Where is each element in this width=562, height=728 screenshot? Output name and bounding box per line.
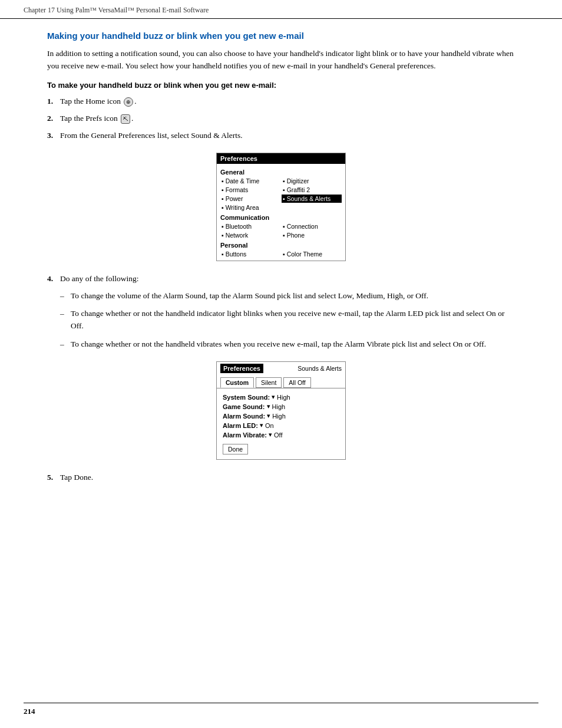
- step-4-text: Do any of the following:: [60, 273, 515, 285]
- system-sound-arrow: ▾: [272, 393, 275, 401]
- step-2-text: Tap the Prefs icon ⛏.: [60, 113, 515, 125]
- prefs-item-datetime: Date & Time: [220, 177, 280, 185]
- step-5-list: 5. Tap Done.: [47, 472, 515, 484]
- prefs-item-phone: Phone: [282, 231, 342, 239]
- alarm-sound-value: High: [272, 413, 286, 420]
- prefs-body-wrapper: General Date & Time Digitizer Formats Gr…: [217, 164, 345, 261]
- game-sound-row: Game Sound: ▾ High: [223, 403, 339, 410]
- alarm-sound-row: Alarm Sound: ▾ High: [223, 412, 339, 420]
- game-sound-arrow: ▾: [267, 403, 270, 410]
- alarm-led-label: Alarm LED:: [223, 422, 258, 429]
- system-sound-row: System Sound: ▾ High: [223, 393, 339, 401]
- prefs-item-buttons: Buttons: [220, 250, 280, 258]
- sounds-tabs: Custom Silent All Off: [217, 375, 345, 388]
- done-button[interactable]: Done: [223, 444, 248, 454]
- sounds-subtitle: Sounds & Alerts: [297, 365, 342, 372]
- sub-steps-list: To change the volume of the Alarm Sound,…: [60, 290, 515, 351]
- step-2-num: 2.: [47, 113, 60, 125]
- alarm-vibrate-row: Alarm Vibrate: ▾ Off: [223, 431, 339, 439]
- prefs-grid-general: Date & Time Digitizer Formats Graffiti 2…: [220, 177, 342, 212]
- prefs-grid-comm: Bluetooth Connection Network Phone: [220, 222, 342, 239]
- prefs-title-bar: Preferences: [217, 153, 345, 164]
- sub-step-1: To change the volume of the Alarm Sound,…: [60, 290, 515, 302]
- sounds-title-row: Preferences Sounds & Alerts: [217, 362, 345, 375]
- prefs-item-power: Power: [220, 195, 280, 203]
- alarm-vibrate-label: Alarm Vibrate:: [223, 431, 267, 439]
- step-4-list: 4. Do any of the following:: [47, 273, 515, 285]
- prefs-item-graffiti: Graffiti 2: [282, 186, 342, 194]
- sub-step-3: To change whether or not the handheld vi…: [60, 338, 515, 351]
- tab-custom[interactable]: Custom: [220, 377, 254, 388]
- step-3: 3. From the General Preferences list, se…: [47, 130, 515, 142]
- step-2: 2. Tap the Prefs icon ⛏.: [47, 113, 515, 125]
- step-3-num: 3.: [47, 130, 60, 142]
- prefs-item-network: Network: [220, 231, 280, 239]
- alarm-vibrate-arrow: ▾: [269, 431, 272, 439]
- step-1: 1. Tap the Home icon ⊕.: [47, 95, 515, 108]
- game-sound-value: High: [272, 403, 286, 410]
- prefs-item-sounds: Sounds & Alerts: [282, 195, 342, 203]
- section-heading: Making your handheld buzz or blink when …: [47, 31, 515, 41]
- page-footer: 214: [24, 703, 538, 716]
- sounds-alerts-screenshot: Preferences Sounds & Alerts Custom Silen…: [216, 361, 346, 460]
- sub-step-2: To change whether or not the handheld in…: [60, 308, 515, 332]
- step-5: 5. Tap Done.: [47, 472, 515, 484]
- page-header: Chapter 17 Using Palm™ VersaMail™ Person…: [0, 0, 562, 19]
- alarm-led-row: Alarm LED: ▾ On: [223, 421, 339, 429]
- prefs-item-bluetooth: Bluetooth: [220, 222, 280, 230]
- page-container: Chapter 17 Using Palm™ VersaMail™ Person…: [0, 0, 562, 728]
- system-sound-label: System Sound:: [223, 394, 270, 401]
- step-4: 4. Do any of the following:: [47, 273, 515, 285]
- main-content: Making your handheld buzz or blink when …: [0, 19, 562, 528]
- step-1-num: 1.: [47, 95, 60, 108]
- prefs-item-digitizer: Digitizer: [282, 177, 342, 185]
- system-sound-value: High: [277, 394, 290, 401]
- game-sound-label: Game Sound:: [223, 403, 265, 410]
- home-icon: ⊕: [124, 97, 133, 107]
- prefs-item-connection: Connection: [282, 222, 342, 230]
- prefs-group-comm: Communication: [220, 214, 342, 221]
- step-4-num: 4.: [47, 273, 60, 285]
- step-3-text: From the General Preferences list, selec…: [60, 130, 515, 142]
- alarm-sound-arrow: ▾: [267, 412, 270, 420]
- alarm-led-arrow: ▾: [260, 421, 263, 429]
- steps-list: 1. Tap the Home icon ⊕. 2. Tap the Prefs…: [47, 95, 515, 142]
- tab-silent[interactable]: Silent: [256, 377, 282, 388]
- step-5-text: Tap Done.: [60, 472, 515, 484]
- alarm-sound-label: Alarm Sound:: [223, 413, 265, 420]
- prefs-body: General Date & Time Digitizer Formats Gr…: [217, 164, 345, 261]
- prefs-icon: ⛏: [121, 114, 130, 124]
- alarm-vibrate-value: Off: [274, 431, 282, 439]
- prefs-grid-personal: Buttons Color Theme: [220, 250, 342, 258]
- prefs-group-general: General: [220, 169, 342, 176]
- preferences-screenshot-1: Preferences General Date & Time Digitize…: [216, 153, 346, 261]
- header-text: Chapter 17 Using Palm™ VersaMail™ Person…: [24, 6, 209, 14]
- prefs-group-personal: Personal: [220, 242, 342, 249]
- prefs-item-writing: Writing Area: [220, 203, 280, 212]
- alarm-led-value: On: [265, 422, 274, 429]
- prefs-item-formats: Formats: [220, 186, 280, 194]
- instruction-line: To make your handheld buzz or blink when…: [47, 81, 515, 90]
- sounds-content: System Sound: ▾ High Game Sound: ▾ High …: [217, 388, 345, 459]
- sounds-title-left: Preferences: [220, 364, 263, 373]
- intro-paragraph: In addition to setting a notification so…: [47, 48, 515, 73]
- page-number: 214: [24, 707, 35, 716]
- prefs-item-empty: [282, 203, 342, 212]
- step-5-num: 5.: [47, 472, 60, 484]
- prefs-item-color: Color Theme: [282, 250, 342, 258]
- tab-alloff[interactable]: All Off: [283, 377, 310, 388]
- step-1-text: Tap the Home icon ⊕.: [60, 95, 515, 108]
